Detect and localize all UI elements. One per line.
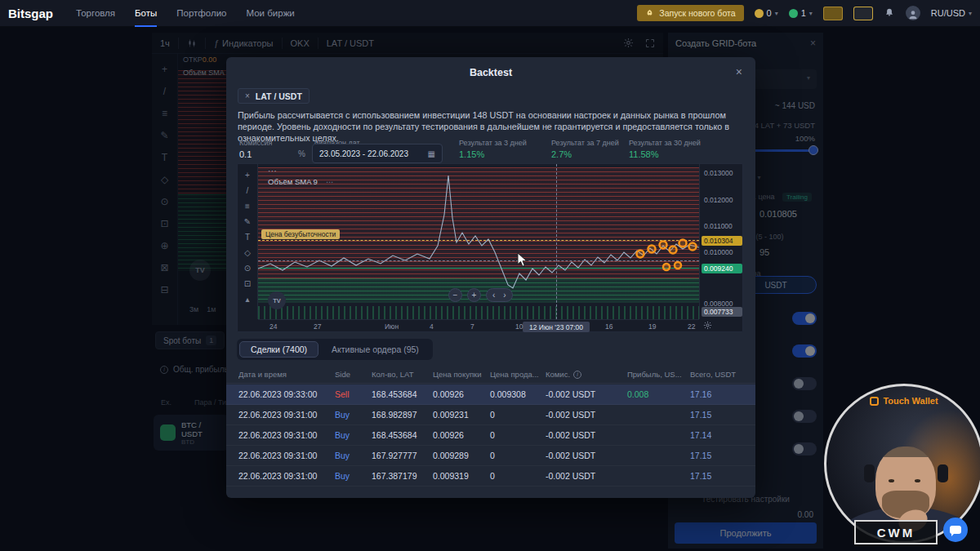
brush-icon[interactable]: ✎ bbox=[240, 216, 255, 228]
cell-qty: 168.982897 bbox=[372, 405, 433, 424]
upper-price-tag: 0.010304 bbox=[702, 236, 742, 246]
cell-side: Buy bbox=[335, 405, 372, 424]
price-tick: 0.013000 bbox=[704, 169, 733, 177]
pattern-icon[interactable]: ◇ bbox=[240, 247, 255, 259]
col-header-buy_price[interactable]: Цена покупки bbox=[433, 370, 490, 379]
table-row-1[interactable]: 22.06.2023 09:31:00Buy168.9828970.009231… bbox=[226, 405, 755, 425]
bell-icon[interactable] bbox=[884, 7, 895, 19]
launch-bot-button[interactable]: Запуск нового бота bbox=[637, 5, 743, 21]
wallet-logo-icon bbox=[870, 397, 879, 406]
result-3d-value: 1.15% bbox=[459, 149, 484, 159]
backtest-chart: +/≡✎T◇⊙⊡▴ ⋯ О bbox=[237, 163, 743, 332]
cell-total: 17.14 bbox=[690, 425, 743, 445]
measure-icon[interactable]: ⊡ bbox=[240, 278, 255, 290]
cell-side: Buy bbox=[335, 466, 372, 486]
nav-item-0[interactable]: Торговля bbox=[76, 0, 115, 27]
col-header-qty[interactable]: Кол-во, LAT bbox=[372, 370, 433, 379]
nav-item-2[interactable]: Портфолио bbox=[176, 0, 226, 27]
col-header-sell_price[interactable]: Цена прода... bbox=[490, 370, 546, 379]
table-row-2[interactable]: 22.06.2023 09:31:00Buy168.4536840.009260… bbox=[226, 425, 755, 446]
date-range-input[interactable]: 23.05.2023 - 22.06.2023 ▦ bbox=[312, 144, 443, 163]
zoom-in-button[interactable]: + bbox=[467, 288, 481, 302]
nav-item-3[interactable]: Мои биржи bbox=[247, 0, 295, 27]
cell-qty: 168.453684 bbox=[372, 384, 433, 404]
locale-selector[interactable]: RU/USD ▾ bbox=[931, 8, 972, 18]
cell-sell_price: 0 bbox=[490, 446, 546, 465]
info-icon: i bbox=[573, 371, 581, 379]
cell-total: 17.16 bbox=[690, 384, 743, 404]
close-modal-icon[interactable]: × bbox=[736, 65, 742, 78]
cell-qty: 167.387179 bbox=[372, 466, 433, 486]
crosshair-icon[interactable]: + bbox=[240, 169, 255, 181]
cell-profit: 0.008 bbox=[627, 384, 690, 404]
pan-right-icon[interactable]: › bbox=[503, 291, 506, 300]
nav-item-1[interactable]: Боты bbox=[135, 0, 157, 27]
lower-price-tag: 0.007733 bbox=[702, 307, 742, 317]
fib-retracement-icon[interactable]: ≡ bbox=[240, 200, 255, 212]
col-header-profit[interactable]: Прибыль, US... bbox=[627, 370, 690, 379]
cell-datetime: 22.06.2023 09:31:00 bbox=[238, 446, 335, 465]
cell-side: Sell bbox=[335, 384, 372, 404]
tab-trades[interactable]: Сделки (7400) bbox=[239, 341, 318, 358]
demo-balance-badge[interactable]: 0 ▾ bbox=[755, 8, 778, 18]
date-tick: 19 bbox=[648, 322, 656, 331]
zoom-out-button[interactable]: − bbox=[448, 288, 462, 302]
axis-settings-icon[interactable] bbox=[703, 321, 712, 330]
date-tick: 22 bbox=[688, 322, 695, 331]
avatar[interactable] bbox=[906, 6, 920, 20]
badge-one-value: 1 bbox=[801, 8, 806, 18]
cell-sell_price: 0.009308 bbox=[490, 384, 546, 404]
caret-down-icon: ▾ bbox=[775, 10, 778, 17]
chat-bubble-button[interactable] bbox=[943, 518, 968, 542]
price-axis[interactable]: 0.010304 0.009240 0.007733 0.0130000.012… bbox=[699, 164, 744, 319]
cell-side: Buy bbox=[335, 446, 372, 465]
chat-icon bbox=[950, 526, 961, 534]
coin-icon bbox=[755, 9, 764, 18]
topnav-items: ТорговляБотыПортфолиоМои биржи bbox=[76, 0, 314, 27]
headphone-left-icon bbox=[864, 464, 875, 482]
date-axis[interactable]: 12 Июн '23 07:00 2427Июн4710161922 bbox=[258, 319, 699, 333]
pan-left-icon[interactable]: ‹ bbox=[492, 291, 495, 300]
cell-buy_price: 0.009289 bbox=[433, 446, 490, 465]
table-row-3[interactable]: 22.06.2023 09:31:00Buy167.9277770.009289… bbox=[226, 446, 755, 466]
exchange-count-badge[interactable]: 1 ▾ bbox=[789, 8, 813, 18]
collapse-icon[interactable]: ▴ bbox=[240, 293, 255, 305]
date-tick: 10 bbox=[515, 322, 523, 331]
table-row-0[interactable]: 22.06.2023 09:33:00Sell168.4536840.00926… bbox=[226, 384, 755, 405]
person-eye bbox=[889, 479, 894, 482]
user-icon bbox=[907, 9, 919, 20]
trades-table-body: 22.06.2023 09:33:00Sell168.4536840.00926… bbox=[226, 384, 755, 487]
cell-profit bbox=[627, 425, 690, 445]
pair-chip-label: LAT / USDT bbox=[256, 91, 302, 101]
remove-pair-icon[interactable]: × bbox=[245, 91, 250, 100]
app-logo[interactable]: Bitsgap bbox=[8, 7, 53, 20]
prediction-icon[interactable]: ⊙ bbox=[240, 262, 255, 274]
commission-input[interactable]: 0.1 bbox=[239, 149, 252, 159]
chart-legend: Объём SMA 9 ⋯ bbox=[268, 177, 333, 186]
person-head bbox=[875, 447, 936, 520]
cell-qty: 167.927777 bbox=[372, 446, 433, 465]
cell-datetime: 22.06.2023 09:31:00 bbox=[238, 425, 335, 445]
cell-buy_price: 0.00926 bbox=[433, 425, 490, 445]
legend-options-icon[interactable]: ⋯ bbox=[326, 177, 334, 186]
text-tool-icon[interactable]: T bbox=[240, 231, 255, 243]
cell-sell_price: 0 bbox=[490, 405, 546, 424]
col-header-datetime[interactable]: Дата и время bbox=[238, 370, 335, 379]
price-tick: 0.010000 bbox=[704, 248, 733, 256]
cell-fee: -0.002 USDT bbox=[546, 384, 627, 404]
chart-plot[interactable]: ⋯ Объём SMA 9 ⋯ Цена безубыточности TV −… bbox=[258, 164, 699, 319]
date-range-value: 23.05.2023 - 22.06.2023 bbox=[319, 149, 408, 158]
cell-profit bbox=[627, 405, 690, 424]
topnav: Bitsgap ТорговляБотыПортфолиоМои биржи З… bbox=[0, 0, 980, 27]
col-header-fee[interactable]: Комис.i bbox=[546, 370, 627, 379]
cell-total: 17.15 bbox=[690, 446, 743, 465]
tradingview-logo: TV bbox=[268, 291, 286, 309]
col-header-side[interactable]: Side bbox=[335, 370, 372, 379]
trend-line-icon[interactable]: / bbox=[240, 184, 255, 197]
caret-down-icon: ▾ bbox=[809, 10, 813, 17]
col-header-total[interactable]: Всего, USDT bbox=[690, 370, 743, 379]
table-row-4[interactable]: 22.06.2023 09:31:00Buy167.3871790.009319… bbox=[226, 466, 755, 487]
tab-active-orders[interactable]: Активные ордера (95) bbox=[320, 341, 430, 358]
screen: Bitsgap ТорговляБотыПортфолиоМои биржи З… bbox=[0, 0, 980, 551]
legend-more-icon[interactable]: ⋯ bbox=[268, 166, 278, 176]
